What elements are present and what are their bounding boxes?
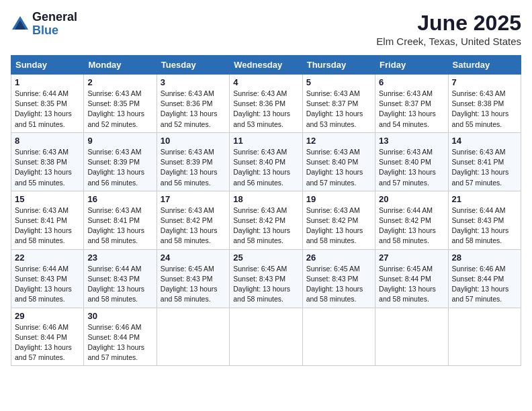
day-number: 14 (452, 136, 517, 146)
table-row: 27 Sunrise: 6:45 AMSunset: 8:44 PMDaylig… (375, 249, 448, 308)
table-row: 9 Sunrise: 6:43 AMSunset: 8:39 PMDayligh… (84, 132, 157, 191)
day-number: 18 (233, 194, 298, 204)
table-row (157, 308, 229, 366)
table-row: 21 Sunrise: 6:44 AMSunset: 8:43 PMDaylig… (448, 191, 521, 249)
day-number: 16 (87, 194, 152, 204)
day-number: 5 (306, 77, 371, 87)
table-row: 16 Sunrise: 6:43 AMSunset: 8:41 PMDaylig… (84, 191, 157, 249)
day-info: Sunrise: 6:43 AMSunset: 8:39 PMDaylight:… (87, 148, 144, 187)
table-row: 23 Sunrise: 6:44 AMSunset: 8:43 PMDaylig… (84, 249, 157, 308)
title-block: June 2025 Elm Creek, Texas, United State… (376, 11, 521, 47)
day-info: Sunrise: 6:45 AMSunset: 8:44 PMDaylight:… (379, 265, 436, 304)
table-row: 7 Sunrise: 6:43 AMSunset: 8:38 PMDayligh… (448, 75, 521, 133)
day-info: Sunrise: 6:45 AMSunset: 8:43 PMDaylight:… (233, 265, 290, 304)
header-wednesday: Wednesday (230, 56, 302, 75)
month-title: June 2025 (376, 11, 521, 36)
day-info: Sunrise: 6:45 AMSunset: 8:43 PMDaylight:… (306, 265, 363, 304)
table-row: 24 Sunrise: 6:45 AMSunset: 8:43 PMDaylig… (157, 249, 229, 308)
location: Elm Creek, Texas, United States (376, 36, 521, 47)
logo-icon (11, 15, 30, 34)
table-row (375, 308, 448, 366)
table-row: 12 Sunrise: 6:43 AMSunset: 8:40 PMDaylig… (302, 132, 375, 191)
day-number: 15 (15, 194, 80, 204)
day-info: Sunrise: 6:43 AMSunset: 8:37 PMDaylight:… (306, 89, 363, 128)
day-number: 6 (379, 77, 444, 87)
table-row: 2 Sunrise: 6:43 AMSunset: 8:35 PMDayligh… (84, 75, 157, 133)
day-number: 1 (15, 77, 80, 87)
header-saturday: Saturday (448, 56, 521, 75)
day-number: 26 (306, 253, 371, 263)
day-info: Sunrise: 6:46 AMSunset: 8:44 PMDaylight:… (452, 265, 509, 304)
day-info: Sunrise: 6:44 AMSunset: 8:35 PMDaylight:… (15, 89, 72, 128)
table-row: 13 Sunrise: 6:43 AMSunset: 8:40 PMDaylig… (375, 132, 448, 191)
table-row: 26 Sunrise: 6:45 AMSunset: 8:43 PMDaylig… (302, 249, 375, 308)
day-number: 28 (452, 253, 517, 263)
logo-general: General (32, 11, 77, 24)
day-info: Sunrise: 6:43 AMSunset: 8:38 PMDaylight:… (452, 89, 509, 128)
table-row: 19 Sunrise: 6:43 AMSunset: 8:42 PMDaylig… (302, 191, 375, 249)
day-number: 25 (233, 253, 298, 263)
day-number: 3 (161, 77, 226, 87)
day-info: Sunrise: 6:43 AMSunset: 8:39 PMDaylight:… (161, 148, 218, 187)
logo: General Blue (11, 11, 77, 38)
day-info: Sunrise: 6:43 AMSunset: 8:40 PMDaylight:… (306, 148, 363, 187)
day-number: 4 (233, 77, 298, 87)
table-row: 25 Sunrise: 6:45 AMSunset: 8:43 PMDaylig… (230, 249, 302, 308)
day-info: Sunrise: 6:46 AMSunset: 8:44 PMDaylight:… (87, 323, 144, 362)
day-info: Sunrise: 6:46 AMSunset: 8:44 PMDaylight:… (15, 323, 72, 362)
table-row: 28 Sunrise: 6:46 AMSunset: 8:44 PMDaylig… (448, 249, 521, 308)
day-number: 2 (87, 77, 152, 87)
table-row: 22 Sunrise: 6:44 AMSunset: 8:43 PMDaylig… (11, 249, 84, 308)
table-row: 18 Sunrise: 6:43 AMSunset: 8:42 PMDaylig… (230, 191, 302, 249)
calendar-week-row: 29 Sunrise: 6:46 AMSunset: 8:44 PMDaylig… (11, 308, 521, 366)
day-number: 30 (87, 311, 152, 321)
table-row (448, 308, 521, 366)
day-info: Sunrise: 6:43 AMSunset: 8:41 PMDaylight:… (87, 206, 144, 245)
day-number: 17 (161, 194, 226, 204)
day-number: 20 (379, 194, 444, 204)
header-sunday: Sunday (11, 56, 84, 75)
calendar-week-row: 8 Sunrise: 6:43 AMSunset: 8:38 PMDayligh… (11, 132, 521, 191)
day-info: Sunrise: 6:43 AMSunset: 8:38 PMDaylight:… (15, 148, 72, 187)
day-number: 21 (452, 194, 517, 204)
day-number: 27 (379, 253, 444, 263)
day-info: Sunrise: 6:43 AMSunset: 8:36 PMDaylight:… (161, 89, 218, 128)
table-row: 29 Sunrise: 6:46 AMSunset: 8:44 PMDaylig… (11, 308, 84, 366)
day-info: Sunrise: 6:43 AMSunset: 8:42 PMDaylight:… (306, 206, 363, 245)
table-row: 30 Sunrise: 6:46 AMSunset: 8:44 PMDaylig… (84, 308, 157, 366)
day-number: 9 (87, 136, 152, 146)
day-info: Sunrise: 6:43 AMSunset: 8:37 PMDaylight:… (379, 89, 436, 128)
table-row: 4 Sunrise: 6:43 AMSunset: 8:36 PMDayligh… (230, 75, 302, 133)
calendar-week-row: 22 Sunrise: 6:44 AMSunset: 8:43 PMDaylig… (11, 249, 521, 308)
table-row: 3 Sunrise: 6:43 AMSunset: 8:36 PMDayligh… (157, 75, 229, 133)
day-number: 23 (87, 253, 152, 263)
table-row: 14 Sunrise: 6:43 AMSunset: 8:41 PMDaylig… (448, 132, 521, 191)
logo-blue: Blue (32, 24, 77, 38)
table-row: 5 Sunrise: 6:43 AMSunset: 8:37 PMDayligh… (302, 75, 375, 133)
header-monday: Monday (84, 56, 157, 75)
day-number: 10 (161, 136, 226, 146)
day-info: Sunrise: 6:43 AMSunset: 8:35 PMDaylight:… (87, 89, 144, 128)
table-row: 17 Sunrise: 6:43 AMSunset: 8:42 PMDaylig… (157, 191, 229, 249)
header-friday: Friday (375, 56, 448, 75)
day-info: Sunrise: 6:44 AMSunset: 8:43 PMDaylight:… (452, 206, 509, 245)
table-row (302, 308, 375, 366)
day-info: Sunrise: 6:43 AMSunset: 8:40 PMDaylight:… (233, 148, 290, 187)
day-info: Sunrise: 6:43 AMSunset: 8:42 PMDaylight:… (161, 206, 218, 245)
day-number: 24 (161, 253, 226, 263)
day-info: Sunrise: 6:44 AMSunset: 8:43 PMDaylight:… (15, 265, 72, 304)
header-thursday: Thursday (302, 56, 375, 75)
table-row: 11 Sunrise: 6:43 AMSunset: 8:40 PMDaylig… (230, 132, 302, 191)
day-number: 7 (452, 77, 517, 87)
day-info: Sunrise: 6:43 AMSunset: 8:36 PMDaylight:… (233, 89, 290, 128)
calendar-week-row: 1 Sunrise: 6:44 AMSunset: 8:35 PMDayligh… (11, 75, 521, 133)
table-row: 1 Sunrise: 6:44 AMSunset: 8:35 PMDayligh… (11, 75, 84, 133)
page-header: General Blue June 2025 Elm Creek, Texas,… (11, 11, 521, 47)
calendar-header-row: Sunday Monday Tuesday Wednesday Thursday… (11, 56, 521, 75)
table-row (230, 308, 302, 366)
logo-text: General Blue (32, 11, 77, 38)
day-info: Sunrise: 6:43 AMSunset: 8:41 PMDaylight:… (452, 148, 509, 187)
day-number: 29 (15, 311, 80, 321)
calendar-week-row: 15 Sunrise: 6:43 AMSunset: 8:41 PMDaylig… (11, 191, 521, 249)
day-info: Sunrise: 6:43 AMSunset: 8:41 PMDaylight:… (15, 206, 72, 245)
